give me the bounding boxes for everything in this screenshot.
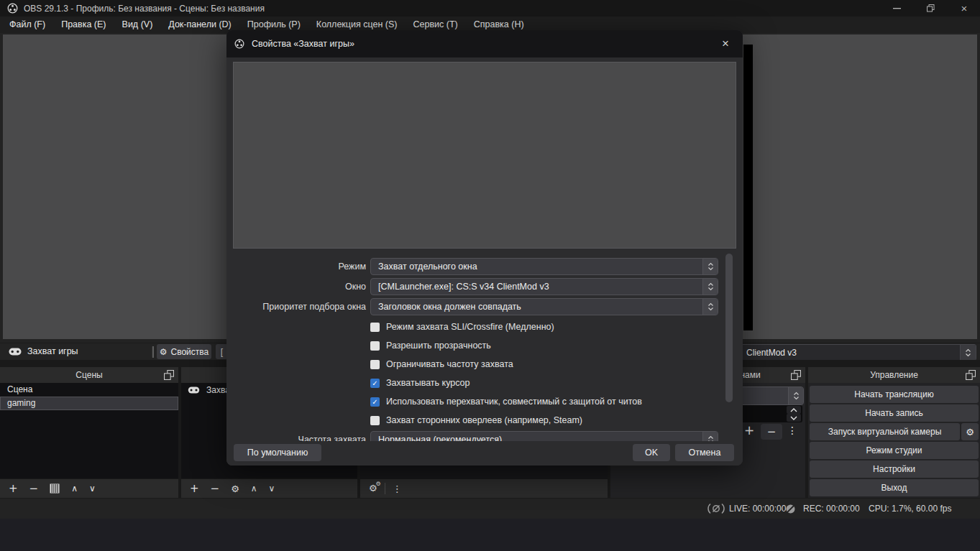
scene-item[interactable]: Сцена [0,383,178,397]
move-scene-up-button[interactable]: ∧ [71,484,78,493]
menu-docks[interactable]: Док-панели (D) [160,17,239,33]
duration-increment-button[interactable] [787,406,801,414]
field-label: Приоритет подбора окна [226,298,366,315]
move-source-down-button[interactable]: ∨ [269,484,275,493]
checkbox-label: Захватывать курсор [386,378,470,388]
popout-icon[interactable] [164,370,174,380]
settings-button[interactable]: Настройки [810,460,979,478]
record-inactive-icon [785,504,796,517]
dropdown-spinner-icon[interactable] [788,387,803,404]
checkbox-label: Захват сторонних оверлеев (например, Ste… [386,415,582,425]
window-title: OBS 29.1.3 - Профиль: Без названия - Сце… [24,4,265,14]
window-match-priority-dropdown[interactable]: Заголовок окна должен совпадать [370,298,718,315]
checkbox-row-third-party-overlays[interactable]: ✓ Захват сторонних оверлеев (например, S… [370,415,582,425]
rec-timer: REC: 00:00:00 [803,504,860,514]
checkbox-row-transparency[interactable]: ✓ Разрешить прозрачность [370,341,491,351]
add-scene-button[interactable]: + [9,483,18,494]
dialog-button-bar: По умолчанию OK Отмена [226,441,743,466]
checkbox-row-limit-framerate[interactable]: ✓ Ограничивать частоту захвата [370,359,513,369]
studio-mode-button[interactable]: Режим студии [810,442,979,459]
virtual-camera-settings-button[interactable]: ⚙ [961,423,979,440]
checkbox-label: Разрешить прозрачность [386,341,491,351]
dialog-scrollbar-thumb[interactable] [725,254,733,402]
field-label: Режим [226,258,366,275]
dialog-titlebar[interactable]: Свойства «Захват игры» × [226,30,743,57]
mode-value: Захват отдельного окна [371,261,702,272]
ok-button[interactable]: OK [633,444,670,461]
checkbox[interactable]: ✓ [370,397,380,407]
window-dropdown[interactable]: [CMLauncher.exe]: CS:S v34 ClientMod v3 [370,278,718,295]
menu-file[interactable]: Файл (F) [1,17,53,33]
defaults-button[interactable]: По умолчанию [234,444,321,461]
dialog-title: Свойства «Захват игры» [252,39,354,49]
priority-value: Заголовок окна должен совпадать [371,302,702,312]
popout-icon[interactable] [966,370,976,380]
controls-dock: Управление Начать трансляцию Начать запи… [808,367,980,498]
add-transition-button[interactable]: + [744,425,754,437]
scenes-dock-header[interactable]: Сцены [0,367,178,383]
capture-black-region [743,45,753,330]
checkbox[interactable]: ✓ [370,379,380,388]
gamepad-icon [9,348,22,358]
restore-button[interactable] [917,0,944,17]
scene-filters-button[interactable] [50,483,60,494]
add-source-button[interactable]: + [190,483,199,494]
properties-button[interactable]: ⚙ Свойства [157,344,211,359]
checkbox-row-capture-cursor[interactable]: ✓ Захватывать курсор [370,378,470,388]
checkbox[interactable]: ✓ [370,323,380,332]
cpu-fps-stats: CPU: 1.7%, 60.00 fps [869,504,951,514]
duration-decrement-button[interactable] [787,414,801,422]
menu-edit[interactable]: Правка (E) [53,17,114,33]
remove-source-button[interactable]: − [211,483,220,494]
source-properties-button[interactable]: ⚙ [231,484,239,494]
toolbar-separator [385,483,385,494]
gear-icon: ⚙ [160,348,168,356]
checkbox-row-anticheat-hook[interactable]: ✓ Использовать перехватчик, совместимый … [370,397,642,407]
scenes-list: Сцена gaming [0,383,178,479]
remove-transition-button[interactable]: − [761,424,782,440]
minimize-button[interactable] [883,0,910,17]
dialog-source-preview [233,62,736,249]
dialog-close-icon[interactable]: × [713,30,738,57]
mode-dropdown[interactable]: Захват отдельного окна [370,258,718,275]
dropdown-spinner-icon[interactable] [702,279,718,295]
window-select-value: ClientMod v3 [736,348,960,358]
menu-view[interactable]: Вид (V) [114,17,161,33]
toolbar-grip[interactable] [152,346,154,358]
cancel-button[interactable]: Отмена [675,444,734,461]
advanced-audio-icon[interactable]: ⚙ ⚙ [369,483,377,494]
dropdown-spinner-icon[interactable] [960,345,976,360]
checkbox[interactable]: ✓ [370,341,380,351]
mixer-menu-kebab-icon[interactable]: ⋮ [393,484,402,494]
scenes-dock: Сцены Сцена gaming + − ∧ ∨ [0,367,178,498]
transition-kebab-icon[interactable]: ⋮ [787,425,797,435]
checkbox[interactable]: ✓ [370,360,380,369]
gamepad-icon [188,386,200,394]
controls-dock-header[interactable]: Управление [808,367,980,383]
window-titlebar: OBS 29.1.3 - Профиль: Без названия - Сце… [0,0,980,17]
check-icon: ✓ [372,379,377,387]
exit-button[interactable]: Выход [810,479,979,496]
scene-item[interactable]: gaming [0,397,178,410]
checkbox-row-sli[interactable]: ✓ Режим захвата SLI/Crossfire (Медленно) [370,322,554,332]
checkbox[interactable]: ✓ [370,416,380,425]
controls-dock-title: Управление [870,370,918,380]
remove-scene-button[interactable]: − [29,483,39,494]
close-button[interactable]: × [951,0,978,17]
window-select-dropdown[interactable]: ClientMod v3 [735,344,976,361]
start-streaming-button[interactable]: Начать трансляцию [810,386,979,403]
scenes-dock-title: Сцены [75,370,102,380]
obs-logo-icon [234,39,244,49]
properties-button-label: Свойства [171,347,209,357]
move-source-up-button[interactable]: ∧ [251,484,257,493]
dropdown-spinner-icon[interactable] [702,259,718,274]
check-icon: ✓ [372,398,377,406]
move-scene-down-button[interactable]: ∨ [89,484,96,493]
start-virtual-camera-button[interactable]: Запуск виртуальной камеры [810,423,960,440]
filters-icon-fragment: [ [221,347,223,357]
checkbox-label: Ограничивать частоту захвата [386,359,513,369]
popout-icon[interactable] [791,370,801,380]
start-recording-button[interactable]: Начать запись [810,404,979,422]
taskbar: CM ENG 23:06 26.07.2023 [0,519,980,551]
dropdown-spinner-icon[interactable] [702,299,718,315]
